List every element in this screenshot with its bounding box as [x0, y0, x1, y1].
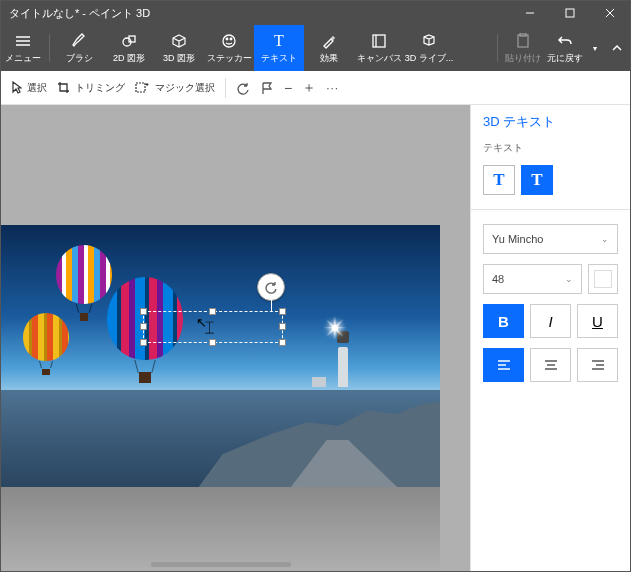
italic-button[interactable]: I	[530, 304, 571, 338]
align-right-button[interactable]	[577, 348, 618, 382]
underline-button[interactable]: U	[577, 304, 618, 338]
handle-bm[interactable]	[209, 339, 216, 346]
chevron-down-icon: ⌄	[565, 274, 573, 284]
panel-title: 3D テキスト	[483, 113, 618, 131]
canvas-tab[interactable]: キャンバス	[354, 25, 404, 71]
bold-button[interactable]: B	[483, 304, 524, 338]
shape3d-icon	[171, 32, 187, 50]
paste-icon	[516, 32, 530, 50]
handle-tl[interactable]	[140, 308, 147, 315]
rotate-handle[interactable]	[257, 273, 285, 301]
app-window: タイトルなし* - ペイント 3D メニュー ブラシ 2D 図形 3D 図形 ス…	[0, 0, 631, 572]
text-3d-button[interactable]: T	[521, 165, 553, 195]
svg-rect-12	[373, 35, 385, 47]
text-2d-button[interactable]: T	[483, 165, 515, 195]
svg-rect-1	[566, 9, 574, 17]
font-size-dropdown[interactable]: 48 ⌄	[483, 264, 582, 294]
titlebar: タイトルなし* - ペイント 3D	[1, 1, 630, 25]
window-title: タイトルなし* - ペイント 3D	[9, 6, 510, 21]
svg-rect-16	[136, 83, 145, 92]
paste-button: 貼り付け	[502, 25, 544, 71]
effects-tab[interactable]: 効果	[304, 25, 354, 71]
svg-point-9	[223, 35, 235, 47]
font-dropdown[interactable]: Yu Mincho ⌄	[483, 224, 618, 254]
sticker-icon	[221, 32, 237, 50]
chevron-up-icon	[611, 41, 623, 55]
undo-icon	[557, 32, 573, 50]
minimize-button[interactable]	[510, 1, 550, 25]
maximize-button[interactable]	[550, 1, 590, 25]
zoom-out-tool[interactable]: −	[284, 71, 292, 104]
history-dropdown[interactable]: ▾	[586, 25, 604, 71]
handle-br[interactable]	[279, 339, 286, 346]
horizontal-scrollbar[interactable]	[151, 562, 291, 567]
collapse-ribbon-button[interactable]	[604, 25, 630, 71]
caret-down-icon: ▾	[593, 41, 597, 55]
text-tab[interactable]: T テキスト	[254, 25, 304, 71]
svg-point-11	[230, 38, 232, 40]
handle-tr[interactable]	[279, 308, 286, 315]
crop-tool[interactable]: トリミング	[57, 71, 125, 104]
svg-rect-14	[518, 35, 528, 47]
menu-tab[interactable]: メニュー	[1, 25, 45, 71]
ribbon: メニュー ブラシ 2D 図形 3D 図形 ステッカー T テキスト 効果	[1, 25, 630, 71]
lib3d-tab[interactable]: 3D ライブ...	[404, 25, 454, 71]
menu-icon	[15, 32, 31, 50]
text-section-label: テキスト	[483, 141, 618, 155]
canvas-icon	[371, 32, 387, 50]
undo-button[interactable]: 元に戻す	[544, 25, 586, 71]
brush-icon	[71, 32, 87, 50]
svg-point-10	[226, 38, 228, 40]
handle-bl[interactable]	[140, 339, 147, 346]
select-tool[interactable]: 選択	[11, 71, 47, 104]
sticker-tab[interactable]: ステッカー	[204, 25, 254, 71]
main-area: ⌶↖ 3D テキスト テキスト T T Yu Mincho ⌄ 48	[1, 105, 630, 571]
shape3d-tab[interactable]: 3D 図形	[154, 25, 204, 71]
text-selection-box[interactable]	[143, 311, 283, 343]
effects-icon	[321, 32, 337, 50]
side-panel: 3D テキスト テキスト T T Yu Mincho ⌄ 48 ⌄ B I	[470, 105, 630, 571]
canvas-viewport[interactable]: ⌶↖	[1, 105, 470, 571]
canvas[interactable]: ⌶↖	[1, 225, 440, 487]
lib3d-icon	[421, 32, 437, 50]
magic-select-tool[interactable]: マジック選択	[135, 71, 215, 104]
chevron-down-icon: ⌄	[601, 234, 609, 244]
color-swatch[interactable]	[588, 264, 618, 294]
handle-ml[interactable]	[140, 323, 147, 330]
text-icon: T	[274, 32, 284, 50]
handle-mr[interactable]	[279, 323, 286, 330]
secondary-toolbar: 選択 トリミング マジック選択 − ＋ ···	[1, 71, 630, 105]
brush-tab[interactable]: ブラシ	[54, 25, 104, 71]
zoom-in-tool[interactable]: ＋	[302, 71, 316, 104]
align-center-button[interactable]	[530, 348, 571, 382]
rotate-tool[interactable]	[236, 71, 250, 104]
shape2d-icon	[121, 32, 137, 50]
flag-tool[interactable]	[260, 71, 274, 104]
close-button[interactable]	[590, 1, 630, 25]
text-style-group: B I U	[483, 304, 618, 338]
text-mode-group: T T	[483, 165, 618, 195]
shape2d-tab[interactable]: 2D 図形	[104, 25, 154, 71]
align-left-button[interactable]	[483, 348, 524, 382]
handle-tm[interactable]	[209, 308, 216, 315]
text-align-group	[483, 348, 618, 382]
more-tools[interactable]: ···	[326, 71, 339, 104]
